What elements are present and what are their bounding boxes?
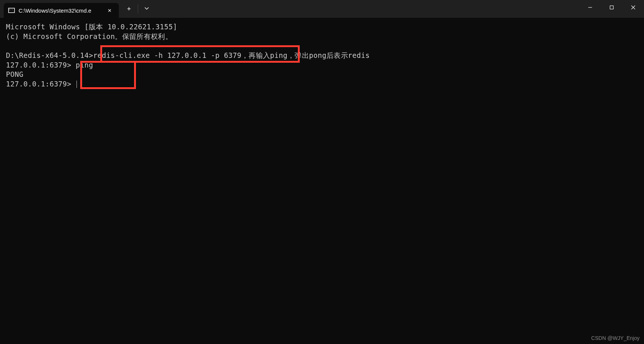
svg-rect-1	[610, 6, 614, 9]
maximize-icon	[609, 5, 614, 10]
tab-dropdown-button[interactable]	[140, 3, 154, 16]
tab-divider	[138, 4, 138, 13]
active-tab[interactable]: C:\Windows\System32\cmd.e ✕	[4, 3, 119, 18]
terminal-line: PONG	[6, 70, 23, 78]
close-window-button[interactable]	[622, 0, 644, 15]
watermark: CSDN @WJY_Enjoy	[591, 335, 640, 341]
cursor	[77, 81, 77, 88]
new-tab-button[interactable]: +	[122, 2, 136, 16]
tab-title: C:\Windows\System32\cmd.e	[19, 7, 105, 14]
maximize-button[interactable]	[601, 0, 622, 15]
terminal-line: D:\Redis-x64-5.0.14>redis-cli.exe -h 127…	[6, 51, 370, 59]
terminal-line: 127.0.0.1:6379> ping	[6, 61, 93, 69]
chevron-down-icon	[144, 6, 149, 11]
titlebar: C:\Windows\System32\cmd.e ✕ +	[0, 0, 644, 18]
minimize-icon	[588, 5, 592, 10]
terminal-line: (c) Microsoft Corporation。保留所有权利。	[6, 32, 172, 40]
terminal-output[interactable]: Microsoft Windows [版本 10.0.22621.3155] (…	[0, 18, 644, 93]
window-controls	[579, 0, 644, 18]
tab-actions: +	[122, 2, 154, 16]
terminal-line: Microsoft Windows [版本 10.0.22621.3155]	[6, 23, 177, 31]
cmd-icon	[8, 8, 15, 13]
tab-close-button[interactable]: ✕	[105, 5, 114, 16]
minimize-button[interactable]	[579, 0, 601, 15]
close-icon	[631, 5, 635, 10]
terminal-prompt: 127.0.0.1:6379>	[6, 80, 76, 88]
